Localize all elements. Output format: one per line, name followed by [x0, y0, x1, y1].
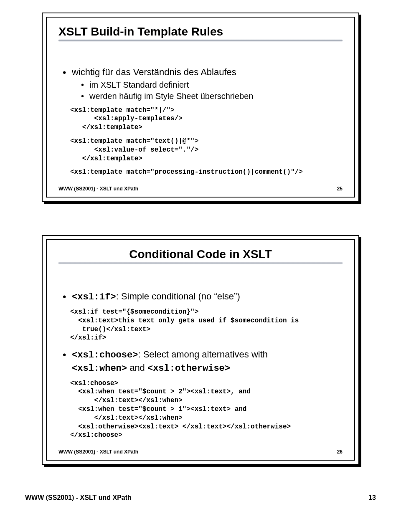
- slide-2-content: Conditional Code in XSLT <xsl:if>: Simpl…: [46, 239, 355, 461]
- title-divider: [58, 39, 343, 42]
- otherwise-code: <xsl:otherwise>: [147, 363, 230, 374]
- when-code: <xsl:when>: [72, 363, 127, 374]
- slide-1-code-1: <xsl:template match="*|/"> <xsl:apply-te…: [70, 106, 343, 132]
- sub-bullet-2: werden häufig im Style Sheet überschrieb…: [81, 91, 343, 102]
- page-footer: WWW (SS2001) - XSLT und XPath 13: [0, 486, 401, 510]
- choose-text: : Select among alternatives with: [138, 349, 268, 360]
- slide-2-code-1: <xsl:if test="{$somecondition}"> <xsl:te…: [70, 308, 343, 342]
- slide-2-page-number: 26: [337, 449, 343, 455]
- slide-2-footer-text: WWW (SS2001) - XSLT und XPath: [58, 449, 138, 455]
- slide-1-bullets: wichtig für das Verständnis des Ablaufes…: [58, 66, 343, 102]
- slide-1-code-3: <xsl:template match="processing-instruct…: [70, 168, 343, 177]
- slide-1-page-number: 25: [337, 186, 343, 192]
- slide-2-bullet-if: <xsl:if>: Simple conditional (no “else”): [58, 290, 343, 304]
- sub-bullets: im XSLT Standard definiert werden häufig…: [72, 79, 343, 102]
- if-code: <xsl:if>: [72, 292, 116, 302]
- slide-1-footer: WWW (SS2001) - XSLT und XPath 25: [58, 186, 343, 192]
- slide-2-title: Conditional Code in XSLT: [58, 248, 343, 261]
- choose-code: <xsl:choose>: [72, 350, 138, 360]
- sub-bullet-1: im XSLT Standard definiert: [81, 79, 343, 91]
- bullet-main: wichtig für das Verständnis des Ablaufes…: [63, 66, 343, 102]
- slide-1-title: XSLT Build-in Template Rules: [58, 25, 343, 38]
- slide-2: Conditional Code in XSLT <xsl:if>: Simpl…: [42, 235, 359, 465]
- bullet-main-text: wichtig für das Verständnis des Ablaufes: [72, 67, 236, 77]
- slide-1-code-2: <xsl:template match="text()|@*"> <xsl:va…: [70, 137, 343, 163]
- slide-1-content: XSLT Build-in Template Rules wichtig für…: [46, 17, 355, 198]
- bullet-choose: <xsl:choose>: Select among alternatives …: [63, 348, 343, 375]
- bullet-if: <xsl:if>: Simple conditional (no “else”): [63, 290, 343, 304]
- if-text: : Simple conditional (no “else”): [116, 291, 240, 301]
- page-footer-right: 13: [368, 494, 376, 502]
- slide-2-code-2: <xsl:choose> <xsl:when test="$count > 2"…: [70, 379, 343, 440]
- page-footer-left: WWW (SS2001) - XSLT und XPath: [25, 494, 132, 502]
- title-divider: [58, 262, 343, 264]
- and-word: and: [127, 362, 147, 373]
- slide-2-bullet-choose: <xsl:choose>: Select among alternatives …: [58, 348, 343, 375]
- slide-1: XSLT Build-in Template Rules wichtig für…: [42, 13, 359, 202]
- slide-2-footer: WWW (SS2001) - XSLT und XPath 26: [58, 449, 343, 455]
- slide-1-footer-text: WWW (SS2001) - XSLT und XPath: [58, 186, 138, 192]
